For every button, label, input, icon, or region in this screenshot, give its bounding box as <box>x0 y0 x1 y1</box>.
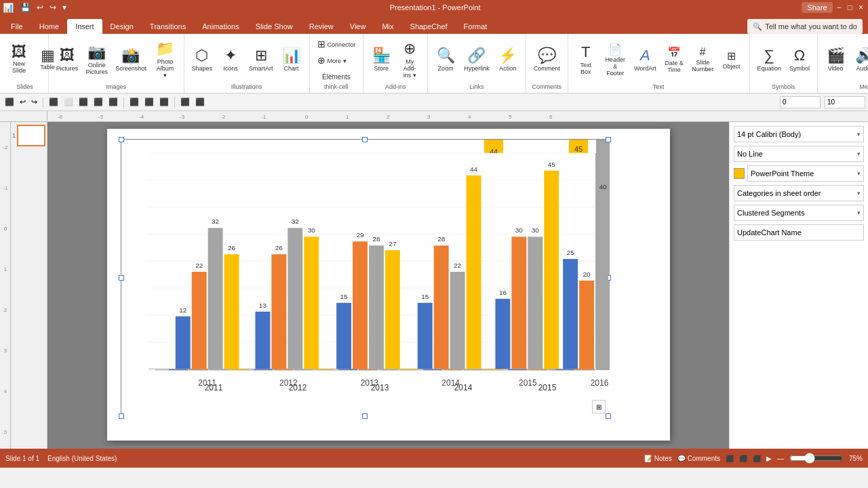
notes-btn[interactable]: 📝 Notes <box>644 455 672 462</box>
tab-mix[interactable]: Mix <box>374 19 401 34</box>
header-footer-btn[interactable]: 📄 Header& Footer <box>601 41 630 79</box>
svg-text:32: 32 <box>291 218 299 225</box>
chart-container[interactable]: ⊞ ✥ <box>121 139 609 417</box>
icons-btn[interactable]: ✦ Icons <box>217 45 244 74</box>
zoom-percent: 75% <box>849 455 863 462</box>
comments-group-label: Comments <box>530 83 564 90</box>
tb-btn8[interactable]: ⬛ <box>142 96 156 108</box>
maximize-btn[interactable]: □ <box>846 2 854 13</box>
qa-redo[interactable]: ↪ <box>47 2 58 13</box>
categories-dropdown[interactable]: Categories in sheet order ▾ <box>734 185 864 201</box>
tab-slideshow[interactable]: Slide Show <box>248 19 301 34</box>
position-y-input[interactable]: 10 <box>825 96 865 108</box>
tb-undo[interactable]: ↩ <box>18 96 28 108</box>
svg-text:29: 29 <box>356 231 364 239</box>
font-dropdown[interactable]: 14 pt Calibri (Body) ▾ <box>734 126 864 142</box>
smartart-btn[interactable]: ⊞ SmartArt <box>245 45 277 74</box>
tb-btn3[interactable]: ⬜ <box>62 96 75 108</box>
qa-undo[interactable]: ↩ <box>35 2 45 13</box>
slide-number-btn[interactable]: # SlideNumber <box>689 44 717 75</box>
comment-btn[interactable]: 💬 Comment <box>530 45 564 74</box>
tab-home[interactable]: Home <box>31 19 67 34</box>
line-dropdown[interactable]: No Line ▾ <box>734 146 864 162</box>
zoom-slider[interactable] <box>789 453 844 464</box>
qa-extra[interactable]: ▾ <box>60 2 68 13</box>
chart-type-dropdown[interactable]: Clustered Segments ▾ <box>734 205 864 221</box>
share-btn[interactable]: Share <box>802 2 832 13</box>
ruler-horizontal: -6 -5 -4 -3 -2 -1 0 1 2 3 4 5 6 <box>47 111 868 122</box>
symbol-btn[interactable]: Ω Symbol <box>786 45 813 74</box>
connector-btn[interactable]: ⊞ Connector <box>314 37 359 52</box>
minimize-btn[interactable]: − <box>835 2 844 13</box>
tb-btn5[interactable]: ⬛ <box>92 96 105 108</box>
object-icon: ⊞ <box>727 49 736 62</box>
view-slideshow[interactable]: ▶ <box>766 455 772 462</box>
my-addins-icon: ⊕ <box>403 40 416 58</box>
datetime-icon: 📅 <box>667 46 681 59</box>
status-right: 📝 Notes 💬 Comments ⬛ ⬛ ⬛ ▶ — 75% <box>644 453 863 464</box>
chart-btn[interactable]: 📊 Chart <box>278 45 305 74</box>
comments-btn[interactable]: 💬 Comments <box>677 455 720 462</box>
tab-format[interactable]: Format <box>456 19 496 34</box>
equation-btn[interactable]: ∑ Equation <box>754 45 785 74</box>
shapes-btn[interactable]: ⬡ Shapes <box>189 45 216 74</box>
view-sorter[interactable]: ⬛ <box>739 455 747 462</box>
datetime-btn[interactable]: 📅 Date &Time <box>660 44 688 75</box>
tab-animations[interactable]: Animations <box>194 19 247 34</box>
tb-btn10[interactable]: ⬛ <box>178 96 192 108</box>
svg-text:12: 12 <box>179 306 187 314</box>
view-normal[interactable]: ⬛ <box>726 455 734 462</box>
slide-canvas[interactable]: ⊞ ✥ <box>107 129 670 441</box>
svg-text:-6: -6 <box>58 114 63 120</box>
my-addins-btn[interactable]: ⊕ My Add-ins ▾ <box>396 38 423 81</box>
text-group-label: Text <box>572 83 745 90</box>
svg-rect-112 <box>271 254 286 369</box>
tab-insert[interactable]: Insert <box>67 19 102 34</box>
tab-view[interactable]: View <box>342 19 374 34</box>
screenshot-btn[interactable]: 📸 Screenshot <box>113 45 150 74</box>
wordart-btn[interactable]: A WordArt <box>631 45 659 74</box>
search-box[interactable]: 🔍 Tell me what you want to do <box>747 19 863 34</box>
qa-save[interactable]: 💾 <box>18 2 33 13</box>
tab-file[interactable]: File <box>3 19 31 34</box>
slides-group-label: Slides <box>5 83 44 90</box>
tb-btn1[interactable]: ⬛ <box>3 96 16 108</box>
svg-text:5: 5 <box>509 114 512 120</box>
tb-redo[interactable]: ↪ <box>29 96 39 108</box>
zoom-btn[interactable]: 🔍 Zoom <box>432 45 459 74</box>
tb-btn11[interactable]: ⬛ <box>193 96 207 108</box>
ribbon-group-symbols: ∑ Equation Ω Symbol Symbols <box>750 34 818 93</box>
object-btn[interactable]: ⊞ Object <box>718 47 745 72</box>
tb-btn7[interactable]: ⬛ <box>127 96 141 108</box>
new-slide-btn[interactable]: 🖼 NewSlide <box>5 43 33 76</box>
close-btn[interactable]: × <box>856 2 865 13</box>
action-btn[interactable]: ⚡ Action <box>494 45 521 74</box>
tab-design[interactable]: Design <box>102 19 142 34</box>
tab-shapechef[interactable]: ShapeChef <box>402 19 456 34</box>
store-btn[interactable]: 🏪 Store <box>368 45 395 74</box>
hyperlink-btn[interactable]: 🔗 Hyperlink <box>460 45 493 74</box>
photo-album-btn[interactable]: 📁 PhotoAlbum ▾ <box>151 38 179 81</box>
video-btn[interactable]: 🎬 Video <box>822 45 849 74</box>
pictures-btn[interactable]: 🖼 Pictures <box>53 45 81 74</box>
tb-btn9[interactable]: ⬛ <box>157 96 171 108</box>
tab-review[interactable]: Review <box>301 19 342 34</box>
ribbon-group-addins: 🏪 Store ⊕ My Add-ins ▾ Add-ins <box>363 34 428 93</box>
tb-btn2[interactable]: ⬛ <box>47 96 60 108</box>
view-reading[interactable]: ⬛ <box>753 455 761 462</box>
update-chart-input[interactable] <box>734 224 864 241</box>
online-pictures-btn[interactable]: 📷 OnlinePictures <box>83 41 111 77</box>
position-x-input[interactable]: 0 <box>780 96 821 108</box>
tab-transitions[interactable]: Transitions <box>142 19 194 34</box>
more-btn[interactable]: ⊕ More ▾ <box>314 53 350 68</box>
tb-btn4[interactable]: ⬛ <box>77 96 90 108</box>
theme-dropdown[interactable]: PowerPoint Theme ▾ <box>747 165 864 182</box>
audio-btn[interactable]: 🔊 Audio <box>850 45 868 74</box>
svg-rect-101 <box>175 317 190 369</box>
elements-btn[interactable]: Elements <box>314 72 359 82</box>
shapes-icon: ⬡ <box>195 47 208 64</box>
tb-btn6[interactable]: ⬛ <box>106 96 120 108</box>
textbox-btn[interactable]: T TextBox <box>572 41 599 77</box>
slide-thumbnail[interactable] <box>17 125 45 146</box>
wordart-icon: A <box>640 47 650 64</box>
